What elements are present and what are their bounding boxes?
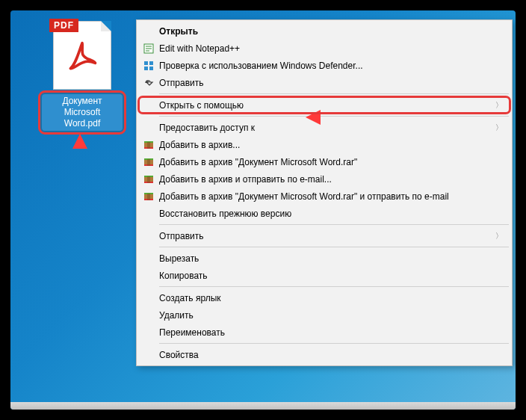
winrar-icon (141, 156, 156, 168)
pdf-file[interactable]: PDF Документ Microsoft Word.pdf (40, 21, 124, 132)
menu-add-archive[interactable]: Добавить в архив... (138, 136, 510, 153)
adobe-acrobat-icon (65, 40, 99, 74)
menu-delete[interactable]: Удалить (138, 306, 510, 324)
winrar-icon (141, 191, 156, 203)
svg-rect-3 (144, 67, 148, 70)
menu-give-access[interactable]: Предоставить доступ к 〉 (138, 119, 510, 136)
svg-rect-4 (149, 67, 153, 70)
pdf-file-thumbnail: PDF (53, 21, 111, 90)
menu-separator (159, 224, 509, 225)
menu-rename[interactable]: Переименовать (138, 324, 510, 341)
share-icon (141, 77, 156, 89)
menu-copy[interactable]: Копировать (138, 267, 510, 284)
menu-edit-notepad[interactable]: Edit with Notepad++ (138, 40, 510, 57)
submenu-arrow-icon: 〉 (495, 100, 503, 111)
notepad-icon (141, 43, 156, 55)
desktop: PDF Документ Microsoft Word.pdf Открыть … (10, 10, 516, 410)
winrar-icon (141, 173, 156, 185)
context-menu: Открыть Edit with Notepad++ Проверка с и… (136, 19, 513, 366)
menu-restore-version[interactable]: Восстановить прежнюю версию (138, 205, 510, 222)
menu-windows-defender[interactable]: Проверка с использованием Windows Defend… (138, 57, 510, 74)
menu-separator (159, 93, 509, 94)
menu-archive-named-email[interactable]: Добавить в архив "Документ Microsoft Wor… (138, 188, 510, 205)
svg-rect-2 (149, 61, 153, 65)
menu-separator (159, 116, 509, 117)
menu-add-archive-named[interactable]: Добавить в архив "Документ Microsoft Wor… (138, 153, 510, 170)
menu-create-shortcut[interactable]: Создать ярлык (138, 289, 510, 306)
menu-open-with[interactable]: Открыть с помощью 〉 (138, 96, 510, 114)
submenu-arrow-icon: 〉 (495, 231, 503, 241)
submenu-arrow-icon: 〉 (495, 123, 503, 133)
menu-archive-email[interactable]: Добавить в архив и отправить по e-mail..… (138, 170, 510, 188)
pdf-file-label: Документ Microsoft Word.pdf (40, 93, 124, 132)
menu-separator (159, 343, 509, 344)
pdf-badge: PDF (49, 19, 78, 32)
menu-cut[interactable]: Вырезать (138, 250, 510, 267)
menu-send-to[interactable]: Отправить 〉 (138, 227, 510, 244)
menu-share[interactable]: Отправить (138, 74, 510, 91)
winrar-icon (141, 139, 156, 151)
menu-separator (159, 247, 509, 247)
svg-rect-1 (144, 61, 148, 65)
menu-open[interactable]: Открыть (138, 22, 510, 40)
menu-properties[interactable]: Свойства (138, 346, 510, 363)
taskbar (10, 402, 516, 410)
annotation-arrow-icon (69, 130, 91, 197)
menu-separator (159, 286, 509, 287)
windows-defender-icon (141, 60, 156, 72)
